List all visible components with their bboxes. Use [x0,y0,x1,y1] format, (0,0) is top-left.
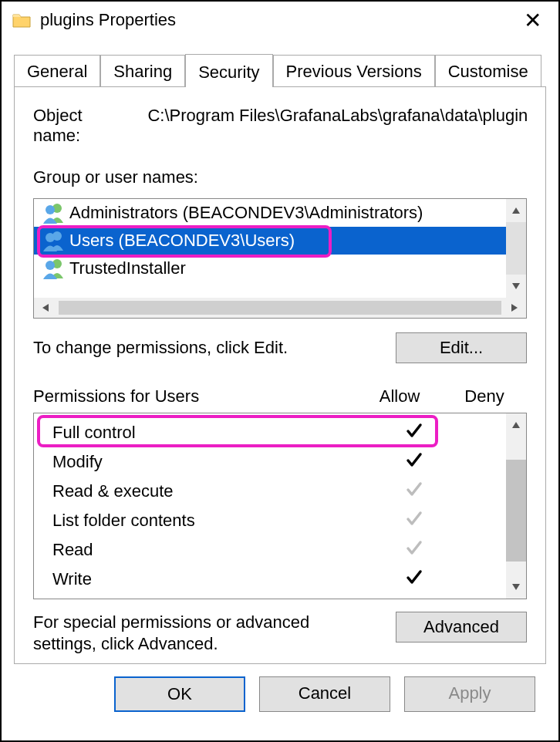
permission-name: Read & execute [34,481,372,501]
permission-row: Write [34,565,526,594]
permission-allow [372,538,457,562]
permission-name: Full control [34,423,372,443]
check-icon [405,480,423,503]
perm-vertical-scrollbar[interactable] [506,413,526,599]
permission-allow [372,509,457,532]
permission-name: Modify [34,452,372,472]
permission-row: Modify [34,447,526,477]
svg-point-5 [46,261,55,270]
user-row[interactable]: Users (BEACONDEV3\Users) [34,227,526,255]
check-icon [405,421,423,444]
hscroll-track[interactable] [59,301,501,315]
group-user-list[interactable]: Administrators (BEACONDEV3\Administrator… [33,198,527,319]
user-row[interactable]: Administrators (BEACONDEV3\Administrator… [34,199,526,227]
check-icon [405,568,423,591]
user-label: Administrators (BEACONDEV3\Administrator… [69,203,423,223]
close-button[interactable]: ✕ [518,8,548,33]
permission-allow [372,480,457,503]
permissions-list: Full control Modify Read & execute List … [33,413,527,599]
permissions-header-name: Permissions for Users [33,386,357,406]
scroll-down-icon[interactable] [506,275,526,298]
permissions-header-deny: Deny [442,386,527,406]
user-label: Users (BEACONDEV3\Users) [69,231,295,251]
people-icon [42,230,65,251]
permissions-header: Permissions for Users Allow Deny [33,386,527,406]
permission-allow [372,568,457,591]
advanced-button[interactable]: Advanced [396,612,527,643]
vertical-scrollbar[interactable] [506,199,526,298]
permission-name: List folder contents [34,511,372,531]
tab-bar: GeneralSharingSecurityPrevious VersionsC… [2,54,558,86]
titlebar: plugins Properties ✕ [2,2,558,39]
group-user-label: Group or user names: [33,167,527,187]
dialog-buttons: OK Cancel Apply [2,676,558,730]
permission-name: Write [34,569,372,589]
folder-icon [12,12,31,28]
window-title: plugins Properties [40,10,176,30]
permission-row: Read [34,535,526,565]
permission-row: List folder contents [34,506,526,535]
check-icon [405,538,423,562]
tab-general[interactable]: General [14,55,100,86]
edit-hint: To change permissions, click Edit. [33,338,288,358]
ok-button[interactable]: OK [114,676,245,712]
edit-row: To change permissions, click Edit. Edit.… [33,332,527,363]
scroll-up-icon[interactable] [506,199,526,222]
cancel-button[interactable]: Cancel [259,676,390,712]
tab-previous-versions[interactable]: Previous Versions [273,55,435,86]
perm-scroll-thumb[interactable] [506,460,526,562]
horizontal-scrollbar[interactable] [34,298,526,318]
perm-scroll-down-icon[interactable] [506,575,526,599]
security-panel: Object name: C:\Program Files\GrafanaLab… [14,86,546,664]
advanced-hint: For special permissions or advanced sett… [33,612,365,654]
perm-scroll-up-icon[interactable] [506,413,526,437]
tab-security[interactable]: Security [185,54,272,87]
svg-point-3 [46,233,55,242]
scroll-left-icon[interactable] [34,298,57,318]
apply-button[interactable]: Apply [404,676,535,712]
permissions-header-allow: Allow [357,386,442,406]
scroll-right-icon[interactable] [503,298,526,318]
permission-name: Read [34,540,372,560]
object-name-label: Object name: [33,106,133,146]
user-label: TrustedInstaller [69,258,186,278]
svg-point-1 [46,205,55,214]
scroll-track[interactable] [506,222,526,275]
permission-row: Full control [34,418,526,447]
permission-row: Read & execute [34,477,526,506]
tab-sharing[interactable]: Sharing [100,55,185,86]
permission-allow [372,450,457,474]
object-name-row: Object name: C:\Program Files\GrafanaLab… [33,106,527,146]
tab-customise[interactable]: Customise [435,55,541,86]
people-icon [42,258,65,279]
user-row[interactable]: TrustedInstaller [34,255,526,282]
edit-button[interactable]: Edit... [396,332,527,363]
people-icon [42,202,65,224]
check-icon [405,450,423,474]
check-icon [405,509,423,532]
advanced-row: For special permissions or advanced sett… [33,612,527,654]
permission-allow [372,421,457,444]
group-user-list-inner: Administrators (BEACONDEV3\Administrator… [34,199,526,298]
titlebar-left: plugins Properties [12,10,176,30]
object-name-value: C:\Program Files\GrafanaLabs\grafana\dat… [147,106,527,146]
